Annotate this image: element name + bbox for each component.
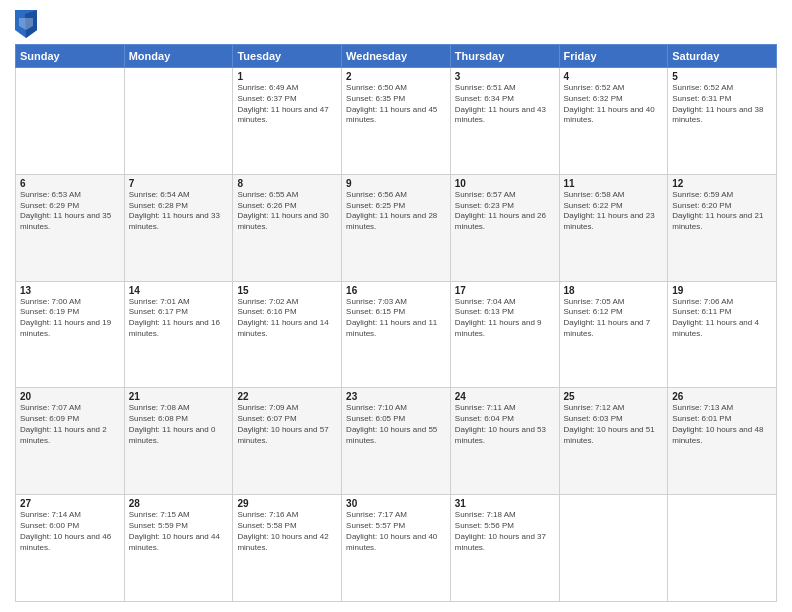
day-number: 10 (455, 178, 555, 189)
cell-content: Sunrise: 7:11 AM Sunset: 6:04 PM Dayligh… (455, 403, 555, 446)
cell-content: Sunrise: 7:02 AM Sunset: 6:16 PM Dayligh… (237, 297, 337, 340)
cell-content: Sunrise: 6:51 AM Sunset: 6:34 PM Dayligh… (455, 83, 555, 126)
calendar-cell (559, 495, 668, 602)
day-number: 24 (455, 391, 555, 402)
header-day-tuesday: Tuesday (233, 45, 342, 68)
day-number: 18 (564, 285, 664, 296)
day-number: 15 (237, 285, 337, 296)
day-number: 5 (672, 71, 772, 82)
header-day-friday: Friday (559, 45, 668, 68)
calendar-cell: 29Sunrise: 7:16 AM Sunset: 5:58 PM Dayli… (233, 495, 342, 602)
day-number: 27 (20, 498, 120, 509)
day-number: 8 (237, 178, 337, 189)
calendar-cell: 16Sunrise: 7:03 AM Sunset: 6:15 PM Dayli… (342, 281, 451, 388)
calendar-cell: 10Sunrise: 6:57 AM Sunset: 6:23 PM Dayli… (450, 174, 559, 281)
header-day-thursday: Thursday (450, 45, 559, 68)
day-number: 28 (129, 498, 229, 509)
calendar-cell: 31Sunrise: 7:18 AM Sunset: 5:56 PM Dayli… (450, 495, 559, 602)
header-day-sunday: Sunday (16, 45, 125, 68)
day-number: 3 (455, 71, 555, 82)
day-number: 14 (129, 285, 229, 296)
cell-content: Sunrise: 7:03 AM Sunset: 6:15 PM Dayligh… (346, 297, 446, 340)
calendar-cell: 13Sunrise: 7:00 AM Sunset: 6:19 PM Dayli… (16, 281, 125, 388)
calendar-cell: 3Sunrise: 6:51 AM Sunset: 6:34 PM Daylig… (450, 68, 559, 175)
calendar-cell (124, 68, 233, 175)
day-number: 22 (237, 391, 337, 402)
cell-content: Sunrise: 7:10 AM Sunset: 6:05 PM Dayligh… (346, 403, 446, 446)
cell-content: Sunrise: 7:07 AM Sunset: 6:09 PM Dayligh… (20, 403, 120, 446)
calendar-cell: 14Sunrise: 7:01 AM Sunset: 6:17 PM Dayli… (124, 281, 233, 388)
cell-content: Sunrise: 7:01 AM Sunset: 6:17 PM Dayligh… (129, 297, 229, 340)
week-row-2: 13Sunrise: 7:00 AM Sunset: 6:19 PM Dayli… (16, 281, 777, 388)
day-number: 26 (672, 391, 772, 402)
cell-content: Sunrise: 6:52 AM Sunset: 6:32 PM Dayligh… (564, 83, 664, 126)
day-number: 6 (20, 178, 120, 189)
day-number: 17 (455, 285, 555, 296)
logo-icon (15, 10, 37, 38)
calendar-header: SundayMondayTuesdayWednesdayThursdayFrid… (16, 45, 777, 68)
cell-content: Sunrise: 6:56 AM Sunset: 6:25 PM Dayligh… (346, 190, 446, 233)
day-number: 20 (20, 391, 120, 402)
header-day-wednesday: Wednesday (342, 45, 451, 68)
cell-content: Sunrise: 7:05 AM Sunset: 6:12 PM Dayligh… (564, 297, 664, 340)
calendar-table: SundayMondayTuesdayWednesdayThursdayFrid… (15, 44, 777, 602)
calendar-cell: 27Sunrise: 7:14 AM Sunset: 6:00 PM Dayli… (16, 495, 125, 602)
cell-content: Sunrise: 6:52 AM Sunset: 6:31 PM Dayligh… (672, 83, 772, 126)
day-number: 16 (346, 285, 446, 296)
cell-content: Sunrise: 7:18 AM Sunset: 5:56 PM Dayligh… (455, 510, 555, 553)
day-number: 30 (346, 498, 446, 509)
week-row-0: 1Sunrise: 6:49 AM Sunset: 6:37 PM Daylig… (16, 68, 777, 175)
day-number: 12 (672, 178, 772, 189)
calendar-cell: 8Sunrise: 6:55 AM Sunset: 6:26 PM Daylig… (233, 174, 342, 281)
cell-content: Sunrise: 6:55 AM Sunset: 6:26 PM Dayligh… (237, 190, 337, 233)
week-row-1: 6Sunrise: 6:53 AM Sunset: 6:29 PM Daylig… (16, 174, 777, 281)
day-number: 11 (564, 178, 664, 189)
day-number: 4 (564, 71, 664, 82)
day-number: 19 (672, 285, 772, 296)
cell-content: Sunrise: 6:59 AM Sunset: 6:20 PM Dayligh… (672, 190, 772, 233)
calendar-cell: 15Sunrise: 7:02 AM Sunset: 6:16 PM Dayli… (233, 281, 342, 388)
cell-content: Sunrise: 7:13 AM Sunset: 6:01 PM Dayligh… (672, 403, 772, 446)
header-day-monday: Monday (124, 45, 233, 68)
day-number: 23 (346, 391, 446, 402)
cell-content: Sunrise: 6:54 AM Sunset: 6:28 PM Dayligh… (129, 190, 229, 233)
header-day-saturday: Saturday (668, 45, 777, 68)
cell-content: Sunrise: 6:53 AM Sunset: 6:29 PM Dayligh… (20, 190, 120, 233)
cell-content: Sunrise: 7:06 AM Sunset: 6:11 PM Dayligh… (672, 297, 772, 340)
calendar-cell: 17Sunrise: 7:04 AM Sunset: 6:13 PM Dayli… (450, 281, 559, 388)
day-number: 25 (564, 391, 664, 402)
day-number: 31 (455, 498, 555, 509)
calendar-cell: 24Sunrise: 7:11 AM Sunset: 6:04 PM Dayli… (450, 388, 559, 495)
calendar-cell: 22Sunrise: 7:09 AM Sunset: 6:07 PM Dayli… (233, 388, 342, 495)
cell-content: Sunrise: 7:16 AM Sunset: 5:58 PM Dayligh… (237, 510, 337, 553)
page: SundayMondayTuesdayWednesdayThursdayFrid… (0, 0, 792, 612)
calendar-cell: 6Sunrise: 6:53 AM Sunset: 6:29 PM Daylig… (16, 174, 125, 281)
day-number: 13 (20, 285, 120, 296)
header (15, 10, 777, 38)
day-number: 29 (237, 498, 337, 509)
calendar-cell: 5Sunrise: 6:52 AM Sunset: 6:31 PM Daylig… (668, 68, 777, 175)
calendar-cell (16, 68, 125, 175)
calendar-cell: 2Sunrise: 6:50 AM Sunset: 6:35 PM Daylig… (342, 68, 451, 175)
week-row-4: 27Sunrise: 7:14 AM Sunset: 6:00 PM Dayli… (16, 495, 777, 602)
week-row-3: 20Sunrise: 7:07 AM Sunset: 6:09 PM Dayli… (16, 388, 777, 495)
cell-content: Sunrise: 7:12 AM Sunset: 6:03 PM Dayligh… (564, 403, 664, 446)
cell-content: Sunrise: 7:14 AM Sunset: 6:00 PM Dayligh… (20, 510, 120, 553)
calendar-cell: 19Sunrise: 7:06 AM Sunset: 6:11 PM Dayli… (668, 281, 777, 388)
calendar-body: 1Sunrise: 6:49 AM Sunset: 6:37 PM Daylig… (16, 68, 777, 602)
cell-content: Sunrise: 6:49 AM Sunset: 6:37 PM Dayligh… (237, 83, 337, 126)
calendar-cell: 12Sunrise: 6:59 AM Sunset: 6:20 PM Dayli… (668, 174, 777, 281)
cell-content: Sunrise: 7:17 AM Sunset: 5:57 PM Dayligh… (346, 510, 446, 553)
calendar-cell: 9Sunrise: 6:56 AM Sunset: 6:25 PM Daylig… (342, 174, 451, 281)
calendar-cell: 11Sunrise: 6:58 AM Sunset: 6:22 PM Dayli… (559, 174, 668, 281)
calendar-cell: 1Sunrise: 6:49 AM Sunset: 6:37 PM Daylig… (233, 68, 342, 175)
calendar-cell: 23Sunrise: 7:10 AM Sunset: 6:05 PM Dayli… (342, 388, 451, 495)
day-number: 2 (346, 71, 446, 82)
calendar-cell: 30Sunrise: 7:17 AM Sunset: 5:57 PM Dayli… (342, 495, 451, 602)
cell-content: Sunrise: 7:04 AM Sunset: 6:13 PM Dayligh… (455, 297, 555, 340)
day-number: 1 (237, 71, 337, 82)
cell-content: Sunrise: 6:57 AM Sunset: 6:23 PM Dayligh… (455, 190, 555, 233)
day-number: 7 (129, 178, 229, 189)
calendar-cell: 18Sunrise: 7:05 AM Sunset: 6:12 PM Dayli… (559, 281, 668, 388)
calendar-cell: 7Sunrise: 6:54 AM Sunset: 6:28 PM Daylig… (124, 174, 233, 281)
